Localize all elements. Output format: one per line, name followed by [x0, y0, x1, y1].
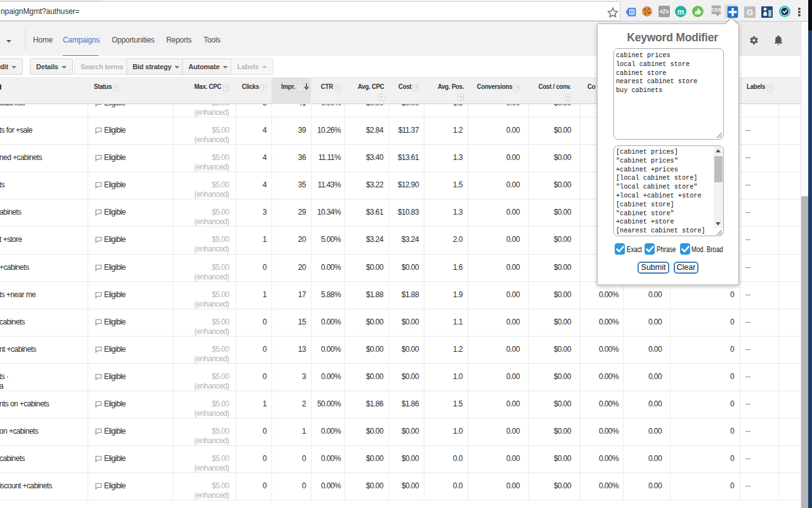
svg-text:m: m	[678, 8, 684, 17]
svg-text:</>: </>	[660, 8, 669, 15]
svg-text:CSS: CSS	[711, 7, 721, 13]
svg-text:G: G	[747, 8, 753, 17]
